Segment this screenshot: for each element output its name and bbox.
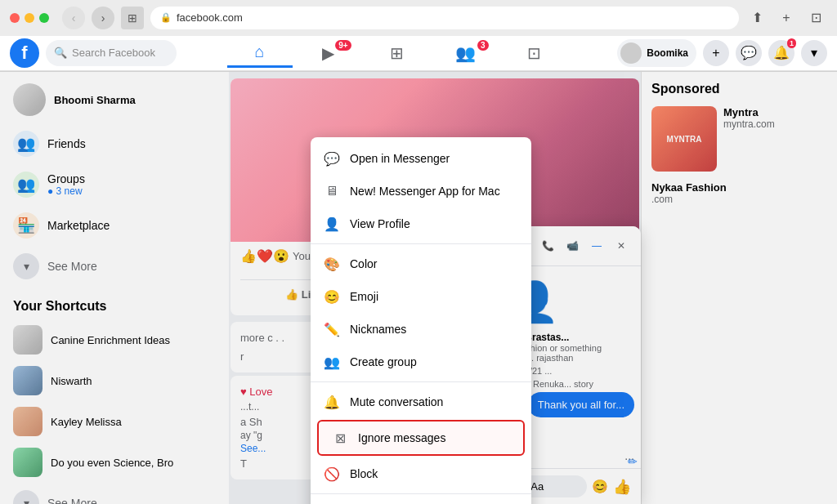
ctx-color-label: Color <box>350 257 377 270</box>
desktop-icon: 🖥 <box>324 183 340 199</box>
ignore-icon: ⊠ <box>332 430 348 446</box>
nav-home[interactable]: ⌂ <box>227 38 293 68</box>
nav-marketplace[interactable]: ⊞ <box>365 38 430 68</box>
lock-icon: 🔒 <box>160 12 172 23</box>
emoji-icon: 😊 <box>324 288 340 305</box>
browser-titlebar: ‹ › ⊞ 🔒 facebook.com ⬆ + ⊡ <box>0 0 837 36</box>
sidebar-toggle[interactable]: ⊞ <box>121 7 144 29</box>
groups-icon: 👥 <box>455 43 476 63</box>
create-group-icon: 👥 <box>324 354 340 370</box>
ctx-divider-1 <box>311 243 531 244</box>
share-button[interactable]: ⬆ <box>745 7 768 29</box>
ctx-open-messenger-label: Open in Messenger <box>350 152 450 165</box>
facebook-logo[interactable]: f <box>10 38 39 68</box>
ctx-open-messenger[interactable]: 💬 Open in Messenger <box>311 142 531 175</box>
nav-center: ⌂ ▶ 9+ ⊞ 👥 3 ⊡ <box>183 38 611 68</box>
add-button[interactable]: + <box>703 40 729 66</box>
ctx-block-label: Block <box>350 467 378 480</box>
traffic-lights <box>10 13 49 23</box>
nav-groups[interactable]: 👥 3 <box>433 38 499 68</box>
close-button[interactable] <box>10 13 20 23</box>
nav-right: Boomika + 💬 🔔 1 ▾ <box>617 39 827 67</box>
ctx-create-group[interactable]: 👥 Create group <box>311 346 531 378</box>
new-tab-button[interactable]: + <box>775 7 798 29</box>
ctx-ignore[interactable]: ⊠ Ignore messages <box>317 420 525 456</box>
profile-icon: 👤 <box>324 216 340 232</box>
video-icon: ▶ <box>322 43 334 63</box>
messenger-icon: 💬 <box>324 150 340 167</box>
groups-badge: 3 <box>477 40 489 51</box>
main-layout: Bhoomi Sharma 👥 Friends 👥 Groups ● 3 new… <box>0 72 837 504</box>
ctx-view-profile-label: View Profile <box>350 217 410 230</box>
user-profile-button[interactable]: Boomika <box>617 39 696 67</box>
address-bar[interactable]: 🔒 facebook.com <box>150 7 739 29</box>
ctx-emoji-label: Emoji <box>350 290 378 303</box>
bell-icon: 🔔 <box>324 394 340 410</box>
ctx-nicknames-label: Nicknames <box>350 323 406 336</box>
color-icon: 🎨 <box>324 256 340 272</box>
forward-button[interactable]: › <box>92 7 114 29</box>
ctx-new-messenger-app[interactable]: 🖥 New! Messenger App for Mac <box>311 175 531 207</box>
notifications-button[interactable]: 🔔 1 <box>768 40 794 66</box>
menu-button[interactable]: ▾ <box>801 40 827 66</box>
video-badge: 9+ <box>335 40 351 51</box>
ctx-create-group-label: Create group <box>350 355 417 368</box>
ctx-block[interactable]: 🚫 Block <box>311 457 531 490</box>
home-icon: ⌂ <box>255 42 265 61</box>
search-bar[interactable]: 🔍 Search Facebook <box>46 40 177 66</box>
ctx-mute[interactable]: 🔔 Mute conversation <box>311 386 531 418</box>
username-text: Boomika <box>647 47 688 59</box>
browser-chrome: ‹ › ⊞ 🔒 facebook.com ⬆ + ⊡ f 🔍 Search Fa… <box>0 0 837 72</box>
pen-icon: ✏️ <box>324 321 340 337</box>
search-icon: 🔍 <box>54 47 67 59</box>
back-button[interactable]: ‹ <box>62 7 85 29</box>
ctx-ignore-label: Ignore messages <box>358 431 445 444</box>
nav-video[interactable]: ▶ 9+ <box>296 38 361 68</box>
facebook-navbar: f 🔍 Search Facebook ⌂ ▶ 9+ ⊞ 👥 3 ⊡ <box>0 36 837 72</box>
ctx-nicknames[interactable]: ✏️ Nicknames <box>311 313 531 346</box>
ctx-view-profile[interactable]: 👤 View Profile <box>311 207 531 240</box>
ctx-divider-3 <box>311 493 531 494</box>
notification-badge: 1 <box>787 38 796 48</box>
ctx-color[interactable]: 🎨 Color <box>311 248 531 280</box>
ctx-delete[interactable]: 🗑 Delete conversation <box>311 497 531 504</box>
marketplace-icon: ⊞ <box>390 43 404 63</box>
ctx-new-messenger-label: New! Messenger App for Mac <box>350 185 500 198</box>
maximize-button[interactable] <box>39 13 49 23</box>
gaming-icon: ⊡ <box>527 43 541 63</box>
context-menu: 💬 Open in Messenger 🖥 New! Messenger App… <box>311 137 531 504</box>
minimize-button[interactable] <box>25 13 34 23</box>
ctx-mute-label: Mute conversation <box>350 395 443 408</box>
messenger-button[interactable]: 💬 <box>736 40 762 66</box>
search-placeholder: Search Facebook <box>72 47 155 59</box>
block-icon: 🚫 <box>324 466 340 482</box>
ctx-divider-2 <box>311 381 531 382</box>
nav-gaming[interactable]: ⊡ <box>502 38 567 68</box>
url-text: facebook.com <box>177 11 243 24</box>
ctx-emoji[interactable]: 😊 Emoji <box>311 280 531 313</box>
tabs-button[interactable]: ⊡ <box>804 7 827 29</box>
user-avatar <box>620 42 642 64</box>
